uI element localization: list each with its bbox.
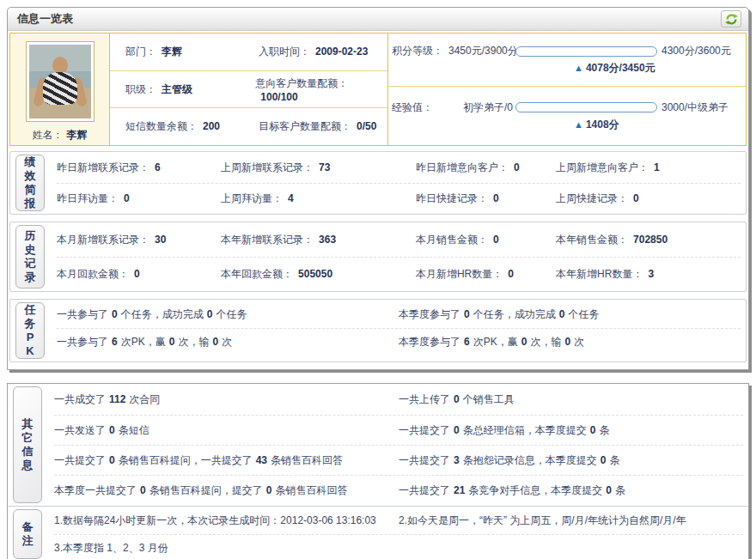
gauge-label: 积分等级： [392,44,448,58]
field-value: 2009-02-23 [315,46,368,58]
stat-text: 一共上传了0个销售工具 [399,392,743,407]
marker-text: 1408分 [586,118,619,131]
note-text: 3.本季度指 1、2、3 月份 [54,541,399,556]
note-text: 2.如今天是周一，“昨天” 为上周五，周/月/年统计为自然周/月/年 [399,513,743,528]
refresh-icon [725,13,738,26]
profile-summary: 姓名：李辉 部门：李辉 入职时间：2009-02-23 职级：主管级 意向客户数… [9,33,747,146]
stat-text: 一共提交了0条总经理信箱，本季度提交0条 [399,423,743,438]
stat-text: 一共提交了21条竞争对手信息，本季度提交0条 [399,483,743,498]
gauge-left-text: 初学弟子/0 [448,100,515,115]
gauge-right-text: 3000/中级弟子 [657,100,729,115]
field-value: 主管级 [162,83,192,95]
field-value: 200 [203,120,220,132]
profile-field-row: 短信数量余额：200 目标客户数量配额：0/50 [110,107,387,145]
other-info-panel: 其它信息 一共成交了112次合同 一共上传了0个销售工具 一共发送了0条短信 一… [7,383,749,559]
name-value: 李辉 [67,129,88,141]
stat-text: 一共参与了6次PK，赢0次，输0次 [57,335,399,349]
table-row: 昨日拜访量：0 上周拜访量：4 昨日快捷记录：0 上周快捷记录：0 [57,183,741,213]
field-label: 意向客户数量配额： [255,77,348,89]
name-label: 姓名： [33,129,64,141]
triangle-marker-icon: ▲ [574,119,583,130]
experience-gauge: 经验值： 初学弟子/0 3000/中级弟子 ▲1408分 [388,87,746,145]
gauge-left-text: 3450元/3900分 [448,44,515,58]
table-row: 一共成交了112次合同 一共上传了0个销售工具 [54,385,743,415]
profile-fields: 部门：李辉 入职时间：2009-02-23 职级：主管级 意向客户数量配额：10… [110,33,388,145]
section-performance-brief: 绩效简报 昨日新增联系记录：6 上周新增联系记录：73 昨日新增意向客户：0 上… [9,151,747,215]
info-overview-panel: 信息一览表 姓名：李辉 部门：李辉 [7,7,749,370]
stat-text: 一共发送了0条短信 [54,423,399,438]
progress-bar [515,102,657,112]
profile-photo-cell: 姓名：李辉 [10,33,110,145]
gauge-marker: ▲1408分 [574,118,746,132]
note-text: 1.数据每隔24小时更新一次，本次记录生成时间：2012-03-06 13:16… [54,513,399,528]
table-row: 本月回款金额：0 本年回款金额：505050 本月新增HR数量：0 本年新增HR… [57,257,741,290]
profile-field-row: 职级：主管级 意向客户数量配额：100/100 [110,70,387,108]
score-level-gauge: 积分等级： 3450元/3900分 4300分/3600元 ▲4078分/345… [388,33,746,87]
table-row: 一共提交了0条销售百科提问，一共提交了43条销售百科回答 一共提交了3条抱怨记录… [54,445,743,475]
refresh-button[interactable] [721,10,741,27]
stat-text: 本季度一共提交了0条销售百科提问，提交了0条销售百科回答 [54,483,399,498]
stat-text: 一共成交了112次合同 [54,392,399,407]
section-task-pk: 任务PK 一共参与了0个任务，成功完成0个任务 本季度参与了0个任务，成功完成0… [9,299,747,362]
table-row: 3.本季度指 1、2、3 月份 [54,534,743,559]
field-label: 入职时间： [259,46,310,58]
field-label: 职级： [125,83,156,95]
table-row: 本季度一共提交了0条销售百科提问，提交了0条销售百科回答 一共提交了21条竞争对… [54,475,743,505]
marker-text: 4078分/3450元 [586,62,655,74]
stat-text: 一共提交了3条抱怨记录信息，本季度提交0条 [399,453,743,468]
gauge-label: 经验值： [392,100,448,115]
profile-field-row: 部门：李辉 入职时间：2009-02-23 [110,33,387,70]
gauges: 积分等级： 3450元/3900分 4300分/3600元 ▲4078分/345… [388,33,746,145]
profile-name: 姓名：李辉 [33,128,88,143]
tab-performance-brief: 绩效简报 [15,155,45,211]
field-value: 李辉 [162,46,182,58]
table-row: 本月新增联系记录：30 本年新增联系记录：363 本月销售金额：0 本年销售金额… [57,223,741,257]
tab-other-info: 其它信息 [13,386,42,503]
tab-notes: 备注 [13,509,42,559]
stat-text: 本季度参与了6次PK，赢0次，输0次 [399,335,741,349]
field-label: 部门： [125,46,156,58]
stat-text: 一共参与了0个任务，成功完成0个任务 [57,307,399,322]
field-label: 短信数量余额： [125,120,198,132]
table-row: 昨日新增联系记录：6 上周新增联系记录：73 昨日新增意向客户：0 上周新增意向… [57,153,741,183]
table-row: 1.数据每隔24小时更新一次，本次记录生成时间：2012-03-06 13:16… [54,507,743,534]
gauge-right-text: 4300分/3600元 [657,44,731,58]
field-value: 100/100 [260,91,297,103]
photo-image [29,45,91,118]
panel-header: 信息一览表 [8,8,748,31]
page-title: 信息一览表 [17,11,73,27]
section-history: 历史记录 本月新增联系记录：30 本年新增联系记录：363 本月销售金额：0 本… [9,222,747,292]
section-notes: 备注 1.数据每隔24小时更新一次，本次记录生成时间：2012-03-06 13… [8,506,748,559]
field-value: 0/50 [357,120,376,132]
table-row: 一共参与了0个任务，成功完成0个任务 本季度参与了0个任务，成功完成0个任务 [57,301,741,328]
gauge-marker: ▲4078分/3450元 [574,61,746,76]
field-label: 目标客户数量配额： [259,120,351,132]
stat-text: 一共提交了0条销售百科提问，一共提交了43条销售百科回答 [54,453,399,468]
stat-text: 本季度参与了0个任务，成功完成0个任务 [399,307,741,322]
table-row: 一共参与了6次PK，赢0次，输0次 本季度参与了6次PK，赢0次，输0次 [57,328,741,355]
profile-photo [26,41,94,122]
table-row: 一共发送了0条短信 一共提交了0条总经理信箱，本季度提交0条 [54,415,743,445]
tab-task-pk: 任务PK [15,302,45,359]
section-other-info: 其它信息 一共成交了112次合同 一共上传了0个销售工具 一共发送了0条短信 一… [8,384,748,506]
progress-bar [515,46,657,57]
triangle-marker-icon: ▲ [574,63,583,73]
tab-history: 历史记录 [15,225,45,289]
